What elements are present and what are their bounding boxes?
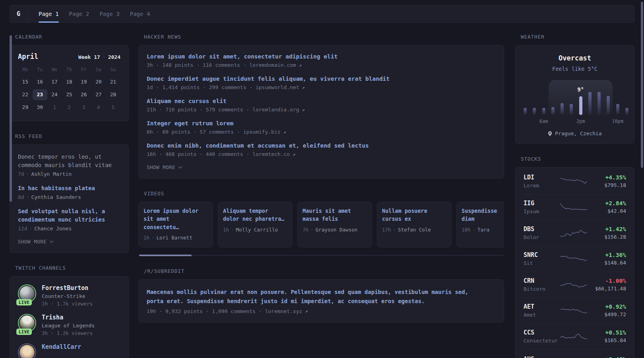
page-tab[interactable]: Page 4	[130, 5, 150, 22]
meta-separator: ·	[310, 227, 314, 233]
rss-show-more-button[interactable]: SHOW MORE	[18, 239, 120, 245]
video-card-body: Mauris sit amet massa felis 7h·Grayson D…	[298, 202, 372, 239]
calendar-day[interactable]: 15	[18, 76, 33, 88]
page-tab[interactable]: Page 3	[99, 5, 120, 22]
rss-item-age: 7d	[18, 171, 24, 177]
video-card[interactable]: Suspendisse diam 18h·Tara	[456, 202, 504, 247]
video-card[interactable]: Lorem ipsum dolor sit amet consectetu… 1…	[138, 202, 213, 247]
weather-temp-bar	[579, 96, 582, 115]
calendar-day[interactable]: 18	[62, 76, 77, 88]
calendar-day[interactable]: 22	[18, 89, 33, 100]
calendar-day[interactable]: 4	[91, 102, 106, 113]
video-card[interactable]: Aliquam tempor dolor nec pharetra… 1h·Mo…	[218, 202, 293, 247]
calendar-day[interactable]: 19	[76, 76, 91, 88]
calendar-day[interactable]: 28	[106, 89, 120, 100]
stock-row[interactable]: CCS Consectetur +0.51% $165.84	[524, 323, 626, 349]
stock-sparkline	[559, 331, 588, 342]
calendar-day[interactable]: 25	[62, 89, 77, 100]
rss-item-title[interactable]: In hac habitasse platea	[18, 184, 120, 193]
hn-item-title[interactable]: Donec imperdiet augue tincidunt felis al…	[147, 76, 496, 82]
calendar-day[interactable]: 21	[106, 76, 120, 88]
weather-location: Prague, Czechia	[524, 130, 626, 136]
twitch-channel-info: ForrestBurton Counter-Strike 1h · 1.7k v…	[42, 284, 93, 307]
stock-row[interactable]: AHS +0.46%	[524, 349, 626, 358]
calendar-day[interactable]: 26	[76, 89, 91, 100]
stock-id: CCS Consectetur	[524, 329, 559, 344]
calendar-day[interactable]: 23	[33, 89, 47, 100]
chevron-down-icon	[178, 165, 182, 169]
meta-separator: ·	[103, 54, 106, 60]
rss-item: Donec tempor eros leo, ut commodo mauris…	[18, 153, 120, 177]
stock-row[interactable]: SNRC Sit +1.36% $148.64	[524, 246, 626, 272]
hn-item-title[interactable]: Donec enim nibh, condimentum et accumsan…	[147, 142, 496, 149]
hn-item-title[interactable]: Lorem ipsum dolor sit amet, consectetur …	[147, 53, 496, 60]
hn-item-title[interactable]: Aliquam nec cursus elit	[147, 98, 496, 104]
stock-change: +4.35%	[588, 174, 626, 181]
weather-hour-labels: 6am2pm10pm	[524, 119, 628, 125]
page-tab[interactable]: Page 1	[39, 5, 59, 22]
twitch-channel-row[interactable]: LIVE Trisha League of Legends 3h · 1.2k …	[18, 314, 120, 336]
hn-item: Donec enim nibh, condimentum et accumsan…	[147, 142, 496, 157]
videos-scrollbar-track[interactable]	[138, 255, 504, 256]
weather-temp-bar	[524, 108, 527, 115]
hn-item-meta-text: 16h · 468 points · 440 comments · loremt…	[147, 151, 290, 157]
twitch-channel-row[interactable]: KendallCarr	[18, 343, 120, 358]
calendar-day-header: We	[47, 67, 62, 72]
stock-row[interactable]: DBS Dolor +1.42% $156.28	[524, 220, 626, 246]
calendar-day[interactable]: 3	[76, 102, 91, 113]
calendar-day[interactable]: 20	[91, 76, 106, 88]
rss-item-meta: 8d·Cynthia Saunders	[18, 194, 120, 200]
calendar-day[interactable]: 27	[91, 89, 106, 100]
stock-row[interactable]: AET Amet +0.92% $499.72	[524, 298, 626, 323]
widget-title-videos: VIDEOS	[144, 191, 504, 197]
stock-price: $42.04	[588, 208, 626, 214]
stock-name: Lorem	[524, 183, 559, 189]
video-card[interactable]: Mauris sit amet massa felis 7h·Grayson D…	[297, 202, 372, 247]
meta-separator: ·	[231, 227, 234, 233]
hn-item-title[interactable]: Integer eget rutrum lorem	[147, 120, 496, 126]
sparkline-chart	[559, 202, 588, 212]
hn-item: Aliquam nec cursus elit 21h · 710 points…	[147, 98, 496, 113]
twitch-widget: TWITCH CHANNELS LIVE ForrestBurton Count…	[10, 265, 129, 358]
weather-widget: WEATHER Overcast Feels like 5°C 9° 6am2p…	[515, 34, 634, 144]
rss-item-title[interactable]: Donec tempor eros leo, ut commodo mauris…	[18, 153, 120, 169]
page-tab[interactable]: Page 2	[69, 5, 89, 22]
calendar-day[interactable]: 30	[33, 102, 47, 113]
video-meta: 7h·Grayson Dawson	[303, 227, 367, 233]
stock-row[interactable]: CRN Bitcorn -1.00% $66,171.48	[524, 272, 626, 298]
stock-sparkline	[559, 254, 588, 264]
stock-change: +2.84%	[588, 200, 626, 206]
weather-temp-bar	[597, 92, 601, 115]
subreddit-post: Maecenas mollis pulvinar erat non posuer…	[147, 288, 496, 314]
rss-item-author: Cynthia Saunders	[31, 194, 81, 200]
twitch-channel-row[interactable]: LIVE ForrestBurton Counter-Strike 1h · 1…	[18, 284, 120, 307]
calendar-day[interactable]: 17	[47, 76, 62, 88]
page-scrollbar-track[interactable]	[641, 0, 644, 358]
page-tab-label: Page 1	[39, 11, 59, 17]
stock-id: LDI Lorem	[524, 174, 559, 189]
rss-item-title[interactable]: Sed volutpat nulla nisl, a condimentum n…	[18, 207, 120, 224]
stock-row[interactable]: IIG Ipsum +2.84% $42.04	[524, 194, 626, 220]
calendar-day[interactable]: 5	[106, 102, 120, 113]
video-card-body: Lorem ipsum dolor sit amet consectetu… 1…	[139, 202, 213, 247]
video-title: Aliquam tempor dolor nec pharetra…	[223, 207, 287, 223]
stock-price: $795.18	[588, 182, 626, 188]
calendar-month: April	[18, 53, 38, 60]
calendar-day[interactable]: 29	[18, 102, 33, 113]
rss-item: Sed volutpat nulla nisl, a condimentum n…	[18, 207, 120, 232]
stock-id: SNRC Sit	[524, 251, 559, 266]
calendar-day[interactable]: 2	[62, 102, 77, 113]
external-link-icon: ↗	[293, 152, 295, 157]
stock-symbol: CCS	[524, 329, 559, 336]
stock-row[interactable]: LDI Lorem +4.35% $795.18	[524, 169, 626, 194]
subreddit-post-title[interactable]: Maecenas mollis pulvinar erat non posuer…	[147, 288, 472, 306]
hn-show-more-button[interactable]: SHOW MORE	[147, 164, 496, 170]
widget-title-hacker-news: HACKER NEWS	[144, 34, 504, 40]
calendar-day[interactable]: 1	[47, 102, 62, 113]
calendar-day[interactable]: 24	[47, 89, 62, 100]
videos-scrollbar-thumb[interactable]	[139, 255, 192, 256]
stock-id: AHS	[524, 356, 559, 358]
video-card[interactable]: Nullam posuere cursus ex 17h·Stefan Cole	[377, 202, 452, 247]
calendar-day[interactable]: 16	[33, 76, 47, 88]
page-scrollbar-thumb[interactable]	[641, 2, 643, 168]
